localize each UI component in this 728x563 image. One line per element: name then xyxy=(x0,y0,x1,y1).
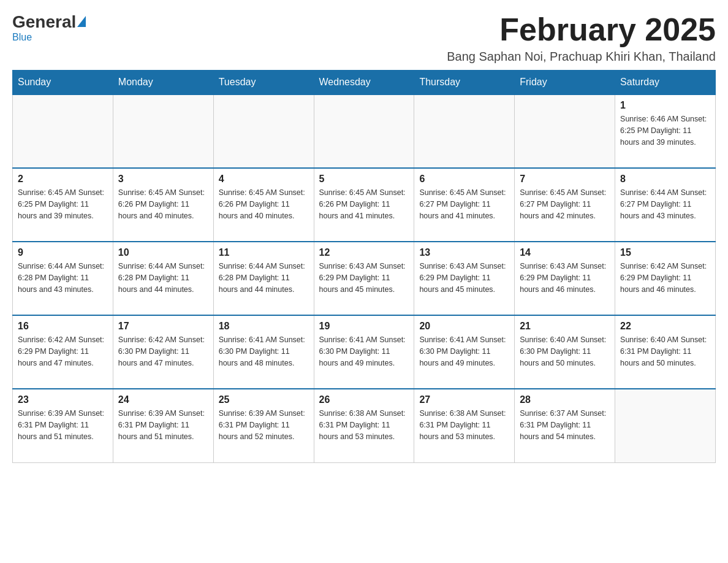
column-header-saturday: Saturday xyxy=(615,71,716,95)
calendar-cell xyxy=(13,94,113,168)
calendar-cell: 25Sunrise: 6:39 AM Sunset: 6:31 PM Dayli… xyxy=(213,389,314,462)
day-info: Sunrise: 6:44 AM Sunset: 6:28 PM Dayligh… xyxy=(118,261,208,295)
day-info: Sunrise: 6:42 AM Sunset: 6:30 PM Dayligh… xyxy=(118,334,208,369)
location-subtitle: Bang Saphan Noi, Prachuap Khiri Khan, Th… xyxy=(447,50,716,64)
day-info: Sunrise: 6:43 AM Sunset: 6:29 PM Dayligh… xyxy=(419,261,509,295)
column-header-thursday: Thursday xyxy=(414,71,515,95)
calendar-cell: 23Sunrise: 6:39 AM Sunset: 6:31 PM Dayli… xyxy=(13,389,113,462)
week-row-5: 23Sunrise: 6:39 AM Sunset: 6:31 PM Dayli… xyxy=(13,389,716,462)
column-header-sunday: Sunday xyxy=(13,71,113,95)
calendar-cell: 3Sunrise: 6:45 AM Sunset: 6:26 PM Daylig… xyxy=(113,168,213,242)
calendar-cell: 4Sunrise: 6:45 AM Sunset: 6:26 PM Daylig… xyxy=(213,168,314,242)
day-number: 12 xyxy=(319,247,409,258)
logo: General Blue xyxy=(12,12,86,43)
day-info: Sunrise: 6:46 AM Sunset: 6:25 PM Dayligh… xyxy=(620,113,710,148)
day-number: 6 xyxy=(419,174,509,185)
day-number: 22 xyxy=(620,321,710,332)
calendar-cell xyxy=(414,94,515,168)
day-number: 1 xyxy=(620,100,710,111)
calendar-cell: 14Sunrise: 6:43 AM Sunset: 6:29 PM Dayli… xyxy=(515,242,615,315)
calendar-cell: 24Sunrise: 6:39 AM Sunset: 6:31 PM Dayli… xyxy=(113,389,213,462)
day-number: 26 xyxy=(319,394,409,405)
day-number: 11 xyxy=(219,247,309,258)
day-info: Sunrise: 6:38 AM Sunset: 6:31 PM Dayligh… xyxy=(319,408,409,442)
calendar-cell: 12Sunrise: 6:43 AM Sunset: 6:29 PM Dayli… xyxy=(314,242,414,315)
calendar-cell: 27Sunrise: 6:38 AM Sunset: 6:31 PM Dayli… xyxy=(414,389,515,462)
day-number: 18 xyxy=(219,321,309,332)
day-info: Sunrise: 6:45 AM Sunset: 6:25 PM Dayligh… xyxy=(18,187,108,221)
calendar-cell: 2Sunrise: 6:45 AM Sunset: 6:25 PM Daylig… xyxy=(13,168,113,242)
day-number: 7 xyxy=(520,174,610,185)
day-number: 10 xyxy=(118,247,208,258)
day-number: 19 xyxy=(319,321,409,332)
day-info: Sunrise: 6:41 AM Sunset: 6:30 PM Dayligh… xyxy=(419,334,509,369)
month-title: February 2025 xyxy=(447,12,716,47)
day-info: Sunrise: 6:38 AM Sunset: 6:31 PM Dayligh… xyxy=(419,408,509,442)
day-info: Sunrise: 6:45 AM Sunset: 6:27 PM Dayligh… xyxy=(419,187,509,221)
day-info: Sunrise: 6:37 AM Sunset: 6:31 PM Dayligh… xyxy=(520,408,610,442)
week-row-4: 16Sunrise: 6:42 AM Sunset: 6:29 PM Dayli… xyxy=(13,315,716,389)
calendar-cell: 11Sunrise: 6:44 AM Sunset: 6:28 PM Dayli… xyxy=(213,242,314,315)
day-info: Sunrise: 6:44 AM Sunset: 6:28 PM Dayligh… xyxy=(219,261,309,295)
calendar-cell: 10Sunrise: 6:44 AM Sunset: 6:28 PM Dayli… xyxy=(113,242,213,315)
day-number: 20 xyxy=(419,321,509,332)
column-header-friday: Friday xyxy=(515,71,615,95)
column-header-monday: Monday xyxy=(113,71,213,95)
day-number: 16 xyxy=(18,321,108,332)
calendar-cell xyxy=(113,94,213,168)
day-info: Sunrise: 6:43 AM Sunset: 6:29 PM Dayligh… xyxy=(319,261,409,295)
day-number: 9 xyxy=(18,247,108,258)
day-info: Sunrise: 6:42 AM Sunset: 6:29 PM Dayligh… xyxy=(18,334,108,369)
day-info: Sunrise: 6:45 AM Sunset: 6:27 PM Dayligh… xyxy=(520,187,610,221)
day-info: Sunrise: 6:39 AM Sunset: 6:31 PM Dayligh… xyxy=(18,408,108,442)
calendar-cell: 19Sunrise: 6:41 AM Sunset: 6:30 PM Dayli… xyxy=(314,315,414,389)
calendar-cell: 15Sunrise: 6:42 AM Sunset: 6:29 PM Dayli… xyxy=(615,242,716,315)
calendar-cell: 6Sunrise: 6:45 AM Sunset: 6:27 PM Daylig… xyxy=(414,168,515,242)
calendar-cell xyxy=(314,94,414,168)
day-number: 5 xyxy=(319,174,409,185)
calendar-cell: 17Sunrise: 6:42 AM Sunset: 6:30 PM Dayli… xyxy=(113,315,213,389)
calendar-cell xyxy=(515,94,615,168)
calendar-cell: 7Sunrise: 6:45 AM Sunset: 6:27 PM Daylig… xyxy=(515,168,615,242)
calendar-cell: 20Sunrise: 6:41 AM Sunset: 6:30 PM Dayli… xyxy=(414,315,515,389)
calendar-cell: 18Sunrise: 6:41 AM Sunset: 6:30 PM Dayli… xyxy=(213,315,314,389)
calendar-cell: 22Sunrise: 6:40 AM Sunset: 6:31 PM Dayli… xyxy=(615,315,716,389)
day-number: 28 xyxy=(520,394,610,405)
day-number: 15 xyxy=(620,247,710,258)
day-number: 8 xyxy=(620,174,710,185)
day-number: 13 xyxy=(419,247,509,258)
column-header-wednesday: Wednesday xyxy=(314,71,414,95)
logo-triangle-icon xyxy=(77,16,86,27)
day-number: 21 xyxy=(520,321,610,332)
day-info: Sunrise: 6:43 AM Sunset: 6:29 PM Dayligh… xyxy=(520,261,610,295)
calendar-header-row: SundayMondayTuesdayWednesdayThursdayFrid… xyxy=(13,71,716,95)
calendar-cell xyxy=(615,389,716,462)
page-header: General Blue February 2025 Bang Saphan N… xyxy=(12,12,716,64)
calendar-cell: 1Sunrise: 6:46 AM Sunset: 6:25 PM Daylig… xyxy=(615,94,716,168)
day-number: 17 xyxy=(118,321,208,332)
day-number: 23 xyxy=(18,394,108,405)
week-row-1: 1Sunrise: 6:46 AM Sunset: 6:25 PM Daylig… xyxy=(13,94,716,168)
day-info: Sunrise: 6:41 AM Sunset: 6:30 PM Dayligh… xyxy=(319,334,409,369)
column-header-tuesday: Tuesday xyxy=(213,71,314,95)
day-info: Sunrise: 6:45 AM Sunset: 6:26 PM Dayligh… xyxy=(219,187,309,221)
calendar-table: SundayMondayTuesdayWednesdayThursdayFrid… xyxy=(12,70,716,463)
calendar-cell: 21Sunrise: 6:40 AM Sunset: 6:30 PM Dayli… xyxy=(515,315,615,389)
week-row-3: 9Sunrise: 6:44 AM Sunset: 6:28 PM Daylig… xyxy=(13,242,716,315)
day-info: Sunrise: 6:40 AM Sunset: 6:30 PM Dayligh… xyxy=(520,334,610,369)
day-info: Sunrise: 6:44 AM Sunset: 6:28 PM Dayligh… xyxy=(18,261,108,295)
calendar-cell: 26Sunrise: 6:38 AM Sunset: 6:31 PM Dayli… xyxy=(314,389,414,462)
calendar-cell: 8Sunrise: 6:44 AM Sunset: 6:27 PM Daylig… xyxy=(615,168,716,242)
day-number: 3 xyxy=(118,174,208,185)
day-number: 4 xyxy=(219,174,309,185)
calendar-cell: 5Sunrise: 6:45 AM Sunset: 6:26 PM Daylig… xyxy=(314,168,414,242)
logo-blue-text: Blue xyxy=(12,32,32,43)
day-info: Sunrise: 6:45 AM Sunset: 6:26 PM Dayligh… xyxy=(118,187,208,221)
day-info: Sunrise: 6:41 AM Sunset: 6:30 PM Dayligh… xyxy=(219,334,309,369)
calendar-cell xyxy=(213,94,314,168)
week-row-2: 2Sunrise: 6:45 AM Sunset: 6:25 PM Daylig… xyxy=(13,168,716,242)
calendar-cell: 9Sunrise: 6:44 AM Sunset: 6:28 PM Daylig… xyxy=(13,242,113,315)
day-info: Sunrise: 6:45 AM Sunset: 6:26 PM Dayligh… xyxy=(319,187,409,221)
day-number: 25 xyxy=(219,394,309,405)
title-area: February 2025 Bang Saphan Noi, Prachuap … xyxy=(447,12,716,64)
